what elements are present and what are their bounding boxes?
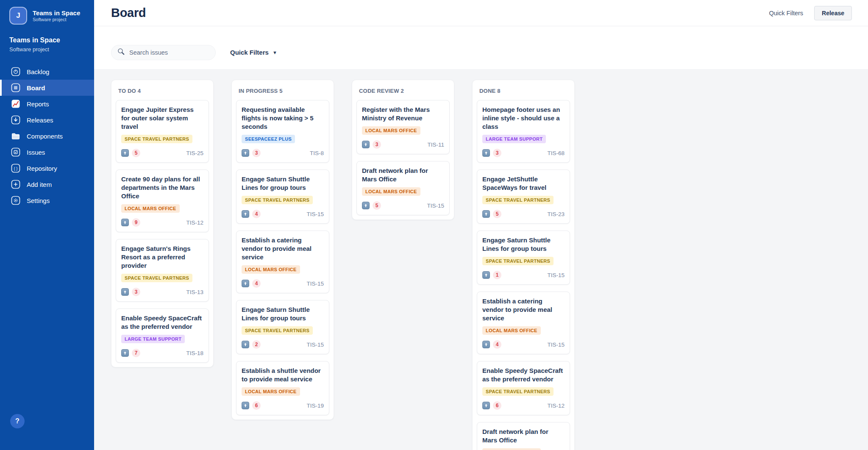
- priority-up-icon: [482, 341, 490, 348]
- card[interactable]: Requesting available flights is now taki…: [236, 100, 329, 163]
- card-footer: 5TIS-15: [362, 201, 444, 210]
- sidebar-nav: BacklogBoardReportsReleasesComponentsIss…: [0, 64, 94, 208]
- issue-key: TIS-68: [547, 150, 565, 156]
- card[interactable]: Enable Speedy SpaceCraft as the preferre…: [477, 361, 570, 415]
- card[interactable]: Engage Saturn Shuttle Lines for group to…: [236, 169, 329, 224]
- card-title: Engage Saturn Shuttle Lines for group to…: [242, 175, 324, 192]
- card-label: SPACE TRAVEL PARTNERS: [242, 196, 313, 204]
- card-footer: 3TIS-13: [121, 288, 203, 296]
- project-type-secondary: Software project: [9, 46, 85, 53]
- card[interactable]: Establish a shuttle vendor to provide me…: [236, 361, 329, 415]
- subtask-count-badge: 5: [493, 210, 501, 218]
- add-item-icon: [11, 180, 20, 189]
- sidebar-item-repository[interactable]: { }Repository: [0, 160, 94, 176]
- card[interactable]: Engage JetShuttle SpaceWays for travelSP…: [477, 169, 570, 224]
- sidebar-item-add-item[interactable]: Add item: [0, 176, 94, 192]
- sidebar-item-settings[interactable]: Settings: [0, 192, 94, 208]
- project-avatar: J: [9, 7, 27, 25]
- card-label: LOCAL MARS OFFICE: [362, 187, 420, 196]
- card[interactable]: Register with the Mars Ministry of Reven…: [356, 100, 450, 154]
- sidebar-item-releases[interactable]: Releases: [0, 112, 94, 128]
- subtask-count-badge: 6: [493, 401, 501, 410]
- search-input[interactable]: [128, 49, 209, 56]
- sidebar-item-issues[interactable]: Issues: [0, 144, 94, 160]
- quick-filters-dropdown[interactable]: Quick Filters ▼: [230, 49, 277, 56]
- card-label: LOCAL MARS OFFICE: [482, 448, 541, 450]
- project-name-secondary: Teams in Space: [9, 36, 85, 44]
- issue-key: TIS-15: [547, 342, 565, 348]
- card[interactable]: Engage Saturn's Rings Resort as a prefer…: [116, 239, 209, 302]
- issue-key: TIS-8: [310, 150, 324, 156]
- sidebar-item-label: Issues: [27, 149, 45, 156]
- priority-up-icon: [242, 210, 249, 218]
- board-toolbar: Quick Filters ▼: [94, 26, 868, 69]
- card-footer: 5TIS-25: [121, 149, 203, 157]
- card[interactable]: Establish a catering vendor to provide m…: [236, 231, 329, 293]
- backlog-icon: [11, 67, 20, 76]
- card-footer: 3TIS-11: [362, 140, 444, 149]
- column-header: IN PROGRESS 5: [236, 84, 329, 100]
- card-label: SPACE TRAVEL PARTNERS: [482, 387, 554, 396]
- project-header[interactable]: J Teams in Space Software project: [0, 0, 94, 25]
- subtask-count-badge: 5: [132, 149, 140, 157]
- card[interactable]: Engage Saturn Shuttle Lines for group to…: [477, 231, 570, 285]
- card-title: Create 90 day plans for all departments …: [121, 175, 203, 200]
- card[interactable]: Establish a catering vendor to provide m…: [477, 292, 570, 354]
- card[interactable]: Enable Speedy SpaceCraft as the preferre…: [116, 308, 209, 363]
- card[interactable]: Create 90 day plans for all departments …: [116, 169, 209, 232]
- priority-up-icon: [121, 149, 129, 157]
- sidebar-item-reports[interactable]: Reports: [0, 96, 94, 112]
- card-title: Engage Saturn Shuttle Lines for group to…: [482, 236, 565, 253]
- card[interactable]: Homepage footer uses an inline style - s…: [477, 100, 570, 163]
- card-footer: 6TIS-12: [482, 401, 565, 410]
- priority-up-icon: [242, 149, 249, 157]
- card[interactable]: Draft network plan for Mars OfficeLOCAL …: [356, 161, 450, 215]
- page-header: Board Quick Filters Release: [94, 0, 868, 26]
- card-title: Draft network plan for Mars Office: [482, 428, 565, 444]
- issue-key: TIS-23: [547, 211, 565, 217]
- subtask-count-badge: 6: [252, 401, 261, 410]
- priority-up-icon: [242, 341, 249, 348]
- card-label: SPACE TRAVEL PARTNERS: [121, 135, 192, 143]
- subtask-count-badge: 4: [493, 340, 501, 349]
- card-title: Engage Saturn Shuttle Lines for group to…: [242, 306, 324, 322]
- card-label: LOCAL MARS OFFICE: [242, 387, 300, 396]
- sidebar-item-backlog[interactable]: Backlog: [0, 64, 94, 80]
- sidebar-item-board[interactable]: Board: [0, 80, 94, 96]
- priority-up-icon: [482, 149, 490, 157]
- app-window: J Teams in Space Software project Teams …: [0, 0, 868, 450]
- card-footer: 7TIS-18: [121, 349, 203, 357]
- issue-key: TIS-15: [306, 281, 324, 287]
- card[interactable]: Draft network plan for Mars OfficeLOCAL …: [477, 422, 570, 450]
- search-box[interactable]: [111, 45, 216, 60]
- help-button[interactable]: ?: [10, 414, 25, 428]
- card[interactable]: Engage Jupiter Express for outer solar s…: [116, 100, 209, 163]
- card-title: Homepage footer uses an inline style - s…: [482, 106, 565, 131]
- card-label: LARGE TEAM SUPPORT: [482, 135, 546, 143]
- help-label: ?: [15, 417, 19, 425]
- card[interactable]: Engage Saturn Shuttle Lines for group to…: [236, 300, 329, 354]
- card-footer: 6TIS-19: [242, 401, 324, 410]
- issues-icon: [11, 147, 20, 157]
- card-footer: 3TIS-68: [482, 149, 565, 157]
- card-footer: 4TIS-15: [242, 279, 324, 288]
- page-title: Board: [111, 6, 146, 20]
- quick-filters-link[interactable]: Quick Filters: [769, 10, 803, 17]
- priority-up-icon: [121, 219, 129, 226]
- issue-key: TIS-12: [186, 219, 203, 226]
- priority-up-icon: [482, 402, 490, 409]
- svg-text:{ }: { }: [14, 166, 18, 171]
- release-button[interactable]: Release: [814, 6, 852, 20]
- sidebar-item-components[interactable]: Components: [0, 128, 94, 144]
- card-label: LOCAL MARS OFFICE: [362, 126, 420, 135]
- card-title: Engage Jupiter Express for outer solar s…: [121, 106, 203, 131]
- subtask-count-badge: 2: [252, 340, 261, 349]
- project-name: Teams in Space: [33, 9, 80, 17]
- subtask-count-badge: 9: [132, 218, 140, 227]
- issue-key: TIS-18: [186, 350, 203, 356]
- card-footer: 4TIS-15: [482, 340, 565, 349]
- board-column-to-do: TO DO 4Engage Jupiter Express for outer …: [111, 80, 214, 367]
- priority-up-icon: [121, 288, 129, 296]
- card-label: SEESPACEEZ PLUS: [242, 135, 295, 143]
- card-title: Establish a catering vendor to provide m…: [242, 236, 324, 261]
